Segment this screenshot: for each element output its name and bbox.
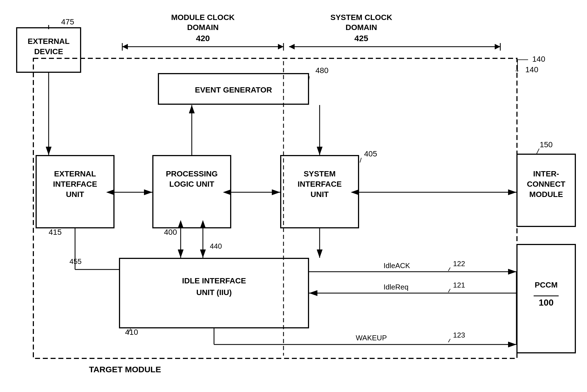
svg-line-20 — [448, 289, 450, 292]
svg-line-17 — [536, 149, 539, 154]
im-label1: INTER- — [533, 169, 559, 178]
im-label3: MODULE — [529, 190, 563, 199]
processing-logic-unit-box — [153, 156, 231, 228]
plu-label1: PROCESSING — [166, 169, 218, 178]
svg-marker-7 — [122, 44, 128, 49]
ref-140: 140 — [525, 65, 538, 74]
ref-455: 455 — [69, 257, 81, 266]
target-module-label: TARGET MODULE — [89, 365, 161, 374]
ref-420: 420 — [196, 34, 210, 43]
eiu-label3: UNIT — [66, 190, 84, 199]
svg-marker-12 — [495, 44, 500, 49]
ref-405: 405 — [364, 149, 377, 158]
module-clock-domain-label2: DOMAIN — [187, 23, 219, 32]
im-label2: CONNECT — [527, 180, 565, 188]
eiu-label2: INTERFACE — [53, 180, 97, 188]
svg-line-21 — [448, 339, 450, 342]
pccm-label: PCCM — [535, 281, 558, 289]
ref-123: 123 — [453, 331, 465, 339]
siu-label3: UNIT — [310, 190, 329, 199]
svg-line-15 — [360, 158, 361, 163]
ref-415: 415 — [49, 228, 62, 236]
plu-label2: LOGIC UNIT — [169, 180, 214, 188]
module-clock-domain-label: MODULE CLOCK — [171, 13, 235, 22]
ref-410: 410 — [125, 328, 138, 336]
pccm-ref-100: 100 — [539, 298, 553, 308]
system-clock-domain-label2: DOMAIN — [345, 23, 377, 32]
ref-425: 425 — [354, 34, 368, 43]
diagram-container: EXTERNAL DEVICE 475 MODULE CLOCK DOMAIN … — [0, 0, 587, 392]
idle-req-label: IdleReq — [384, 283, 409, 291]
ref-400: 400 — [164, 228, 177, 236]
ref-440: 440 — [210, 242, 222, 250]
eiu-label1: EXTERNAL — [54, 169, 96, 178]
event-generator-label: EVENT GENERATOR — [195, 86, 272, 94]
ref-122: 122 — [453, 259, 465, 268]
system-clock-domain-label: SYSTEM CLOCK — [330, 13, 392, 22]
ref-475: 475 — [61, 18, 74, 26]
ref-480: 480 — [315, 66, 329, 75]
ref-150: 150 — [540, 140, 553, 149]
ref-140-label: 140 — [532, 55, 545, 63]
external-device-label: EXTERNAL — [28, 37, 70, 46]
siu-label1: SYSTEM — [304, 169, 335, 178]
iiu-label2: UNIT (IIU) — [196, 288, 232, 297]
idle-ack-label: IdleACK — [384, 261, 410, 270]
ref-121: 121 — [453, 281, 465, 289]
svg-line-19 — [448, 268, 450, 271]
siu-label2: INTERFACE — [298, 180, 342, 188]
wakeup-label: WAKEUP — [356, 334, 387, 342]
svg-marker-11 — [289, 44, 295, 49]
svg-marker-8 — [278, 44, 283, 49]
external-device-label2: DEVICE — [34, 47, 63, 56]
iiu-label1: IDLE INTERFACE — [182, 276, 246, 285]
